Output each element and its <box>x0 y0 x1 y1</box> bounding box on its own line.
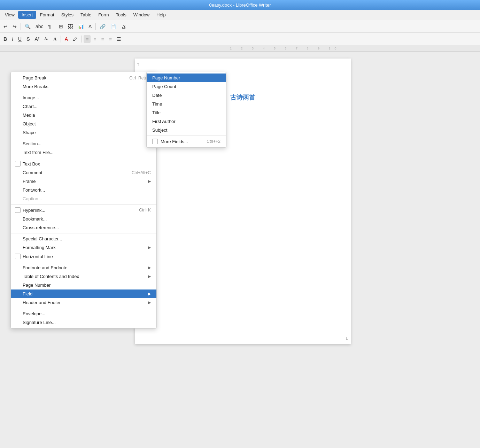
strikethrough-button[interactable]: S <box>24 35 32 43</box>
menu-item-footnote-endnote[interactable]: Footnote and Endnote ▶ <box>11 263 156 272</box>
submenu-item-page-count[interactable]: Page Count <box>147 82 226 91</box>
submenu-item-more-fields[interactable]: More Fields... Ctrl+F2 <box>147 137 226 146</box>
title-text: 0easy.docx - LibreOffice Writer <box>209 2 271 8</box>
print-button[interactable]: 🖨 <box>119 23 128 30</box>
footnote-endnote-arrow: ▶ <box>148 265 151 270</box>
field-submenu: Page Number Page Count Date Time Title F… <box>146 72 226 148</box>
comment-shortcut: Ctrl+Alt+C <box>132 170 151 175</box>
main-area: ┐ 古诗两首 └ Page Break Ctrl+Return More Bre… <box>0 52 480 448</box>
frame-arrow: ▶ <box>148 179 151 184</box>
table-button[interactable]: ⊞ <box>57 23 65 30</box>
menu-format[interactable]: Format <box>36 11 57 19</box>
date-field-label: Date <box>152 93 162 98</box>
chart-button[interactable]: 📊 <box>76 23 86 30</box>
align-left-button[interactable]: ≡ <box>84 35 91 43</box>
menu-item-image[interactable]: Image... <box>11 93 156 102</box>
menu-item-bookmark[interactable]: Bookmark... <box>11 215 156 223</box>
bold-button[interactable]: B <box>1 35 9 43</box>
menu-item-envelope[interactable]: Envelope... <box>11 309 156 318</box>
subscript-button[interactable]: A₂ <box>42 36 50 42</box>
menu-insert[interactable]: Insert <box>18 11 37 19</box>
menu-item-comment[interactable]: Comment Ctrl+Alt+C <box>11 168 156 177</box>
title-field-label: Title <box>152 110 161 115</box>
submenu-item-date[interactable]: Date <box>147 91 226 100</box>
menu-item-caption: Caption... <box>11 194 156 203</box>
header-footer-label: Header and Footer <box>23 300 61 305</box>
image-button[interactable]: 🖼 <box>66 23 75 30</box>
toolbar-sep-2 <box>55 23 55 30</box>
menu-item-special-character[interactable]: Special Character... <box>11 234 156 243</box>
format-sep-2 <box>82 36 82 43</box>
menu-item-page-number[interactable]: Page Number <box>11 281 156 289</box>
object-label: Object <box>23 121 36 126</box>
menu-item-formatting-mark[interactable]: Formatting Mark ▶ <box>11 243 156 252</box>
italic-button[interactable]: I <box>10 35 15 43</box>
highlight-button[interactable]: 🖊 <box>71 35 80 43</box>
submenu-item-first-author[interactable]: First Author <box>147 117 226 126</box>
menu-item-text-box[interactable]: Text Box <box>11 159 156 168</box>
format-sep-1 <box>61 36 61 43</box>
menu-item-more-breaks[interactable]: More Breaks ▶ <box>11 82 156 91</box>
shadow-button[interactable]: 𝐀 <box>51 35 59 43</box>
menu-item-field[interactable]: Field ▶ <box>11 289 156 298</box>
undo-button[interactable]: ↩ <box>1 23 10 30</box>
submenu-item-title[interactable]: Title <box>147 108 226 117</box>
section-label: Section... <box>23 141 41 146</box>
menu-tools[interactable]: Tools <box>112 11 130 19</box>
sidebar <box>0 52 5 448</box>
menu-item-section[interactable]: Section... <box>11 139 156 148</box>
menu-divider-4 <box>11 204 156 204</box>
submenu-item-subject[interactable]: Subject <box>147 126 226 134</box>
menu-item-shape[interactable]: Shape ▶ <box>11 128 156 137</box>
menu-item-header-footer[interactable]: Header and Footer ▶ <box>11 298 156 307</box>
menu-table[interactable]: Table <box>77 11 95 19</box>
list-button[interactable]: ☰ <box>115 35 123 43</box>
fontwork-button[interactable]: A <box>86 23 94 30</box>
menu-view[interactable]: View <box>1 11 18 19</box>
formatting-mark-arrow: ▶ <box>148 245 151 250</box>
redo-button[interactable]: ↪ <box>10 23 19 30</box>
navigator-button[interactable]: 📄 <box>108 23 118 30</box>
header-footer-arrow: ▶ <box>148 300 151 305</box>
menu-item-signature-line[interactable]: Signature Line... <box>11 318 156 327</box>
menu-item-media[interactable]: Media ▶ <box>11 111 156 119</box>
menu-item-text-from-file[interactable]: Text from File... <box>11 148 156 157</box>
corner-mark-tl: ┐ <box>138 61 140 65</box>
toolbar-sep-3 <box>95 23 96 30</box>
menu-item-chart[interactable]: Chart... <box>11 102 156 111</box>
menu-item-cross-reference[interactable]: Cross-reference... <box>11 223 156 232</box>
envelope-label: Envelope... <box>23 311 45 316</box>
superscript-button[interactable]: A² <box>32 35 41 43</box>
menu-item-fontwork[interactable]: Fontwork... <box>11 186 156 194</box>
align-right-button[interactable]: ≡ <box>99 35 106 43</box>
align-center-button[interactable]: ≡ <box>91 35 98 43</box>
find-button[interactable]: 🔍 <box>23 23 33 30</box>
menu-item-frame[interactable]: Frame ▶ <box>11 177 156 186</box>
menu-window[interactable]: Window <box>130 11 153 19</box>
field-label: Field <box>23 291 32 296</box>
font-color-button[interactable]: A <box>63 35 70 43</box>
caption-label: Caption... <box>23 196 42 201</box>
menu-help[interactable]: Help <box>153 11 169 19</box>
format-marks-button[interactable]: ¶ <box>46 23 53 30</box>
submenu-item-time[interactable]: Time <box>147 100 226 108</box>
menu-divider-5 <box>11 233 156 233</box>
submenu-item-page-number[interactable]: Page Number <box>147 74 226 82</box>
menu-styles[interactable]: Styles <box>58 11 77 19</box>
spellcheck-button[interactable]: abc <box>33 23 46 30</box>
menu-form[interactable]: Form <box>95 11 112 19</box>
menu-item-page-break[interactable]: Page Break Ctrl+Return <box>11 74 156 82</box>
time-field-label: Time <box>152 101 162 107</box>
align-justify-button[interactable]: ≡ <box>107 35 114 43</box>
horizontal-line-checkbox <box>15 254 21 259</box>
underline-button[interactable]: U <box>16 35 24 43</box>
fontwork-label: Fontwork... <box>23 187 45 193</box>
hyperlink-shortcut: Ctrl+K <box>139 208 151 213</box>
menu-item-hyperlink[interactable]: Hyperlink... Ctrl+K <box>11 206 156 215</box>
more-fields-label: More Fields... <box>161 139 188 144</box>
menu-item-object[interactable]: Object ▶ <box>11 119 156 128</box>
menu-item-horizontal-line[interactable]: Horizontal Line <box>11 252 156 261</box>
hyperlink-checkbox <box>15 207 21 213</box>
menu-item-toc-index[interactable]: Table of Contents and Index ▶ <box>11 272 156 281</box>
hyperlink-button[interactable]: 🔗 <box>98 23 108 30</box>
